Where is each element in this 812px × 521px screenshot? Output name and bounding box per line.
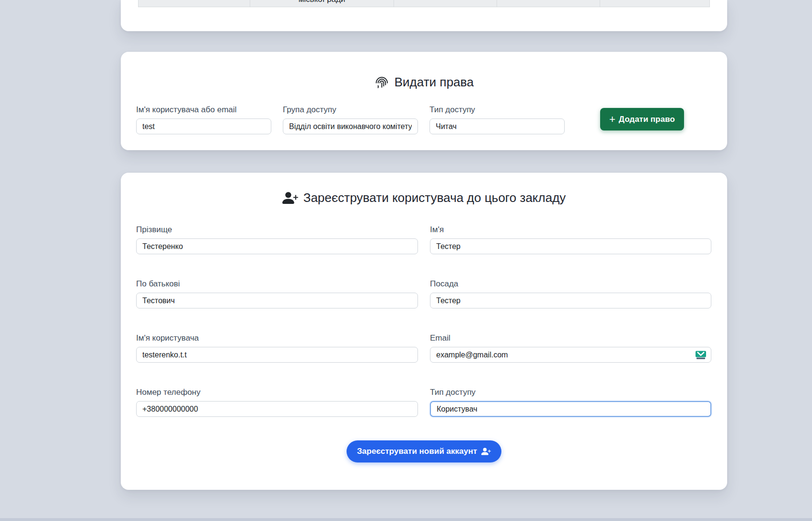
grant-username-label: Ім'я користувача або email (136, 105, 271, 115)
grant-access-type-field-group: Тип доступу (429, 105, 565, 134)
register-form-grid: Прізвище Ім'я По батькові Посада Ім'я ко… (136, 225, 712, 417)
position-input[interactable] (430, 293, 711, 308)
fingerprint-icon (374, 75, 389, 90)
table-cell (600, 0, 709, 7)
person-plus-icon (481, 447, 491, 456)
grant-access-type-input[interactable] (429, 118, 565, 134)
username-input[interactable] (136, 347, 418, 363)
register-user-title: Зареєструвати користувача до цього закла… (136, 190, 712, 206)
grant-rights-form-row: Ім'я користувача або email Група доступу… (136, 105, 712, 134)
plus-icon: + (609, 114, 615, 125)
grant-access-type-label: Тип доступу (429, 105, 565, 115)
email-input-wrap (430, 347, 711, 363)
table-cell: міської ради (250, 0, 394, 7)
first-name-label: Ім'я (430, 225, 711, 235)
position-field-group: Посада (430, 279, 711, 308)
temp-mail-extension-icon[interactable] (695, 351, 707, 359)
register-user-title-text: Зареєструвати користувача до цього закла… (303, 190, 566, 205)
add-right-button-label: Додати право (619, 115, 675, 124)
phone-field-group: Номер телефону (136, 388, 418, 417)
register-account-button[interactable]: Зареєструвати новий аккаунт (347, 440, 502, 462)
add-right-button[interactable]: + Додати право (600, 108, 684, 130)
email-field-group: Email (430, 333, 711, 363)
table-cell (139, 0, 250, 7)
table-cell (497, 0, 600, 7)
first-name-input[interactable] (430, 238, 711, 254)
username-field-group: Ім'я користувача (136, 333, 418, 363)
extension-caption (696, 357, 705, 359)
register-user-card: Зареєструвати користувача до цього закла… (121, 173, 727, 490)
table-cell-text: міської ради (250, 0, 394, 4)
grant-access-group-label: Група доступу (283, 105, 418, 115)
submit-row: Зареєструвати новий аккаунт (136, 440, 712, 462)
access-type-input[interactable] (430, 401, 711, 417)
grant-username-input[interactable] (136, 118, 271, 134)
first-name-field-group: Ім'я (430, 225, 711, 254)
last-name-field-group: Прізвище (136, 225, 418, 254)
grant-rights-card: Видати права Ім'я користувача або email … (121, 52, 727, 150)
envelope-icon (696, 351, 706, 357)
grant-access-group-input[interactable] (283, 118, 418, 134)
middle-name-field-group: По батькові (136, 279, 418, 308)
username-label: Ім'я користувача (136, 333, 418, 343)
person-plus-icon (282, 190, 298, 206)
grant-rights-title: Видати права (136, 75, 712, 90)
clipped-table-card: міської ради (121, 0, 727, 31)
viewport-bottom-edge (0, 518, 812, 521)
page-content: міської ради Видати права Ім'я ко (121, 0, 727, 490)
phone-input[interactable] (136, 401, 418, 417)
grant-username-field-group: Ім'я користувача або email (136, 105, 271, 134)
middle-name-label: По батькові (136, 279, 418, 289)
grant-rights-title-text: Видати права (394, 75, 474, 90)
middle-name-input[interactable] (136, 293, 418, 308)
table-row: міської ради (138, 0, 710, 7)
email-label: Email (430, 333, 711, 343)
access-type-label: Тип доступу (430, 388, 711, 397)
table-cell (394, 0, 497, 7)
email-input[interactable] (430, 347, 711, 363)
access-type-field-group: Тип доступу (430, 388, 711, 417)
register-account-button-label: Зареєструвати новий аккаунт (357, 447, 477, 456)
grant-access-group-field-group: Група доступу (283, 105, 418, 134)
position-label: Посада (430, 279, 711, 289)
last-name-label: Прізвище (136, 225, 418, 235)
last-name-input[interactable] (136, 238, 418, 254)
phone-label: Номер телефону (136, 388, 418, 397)
